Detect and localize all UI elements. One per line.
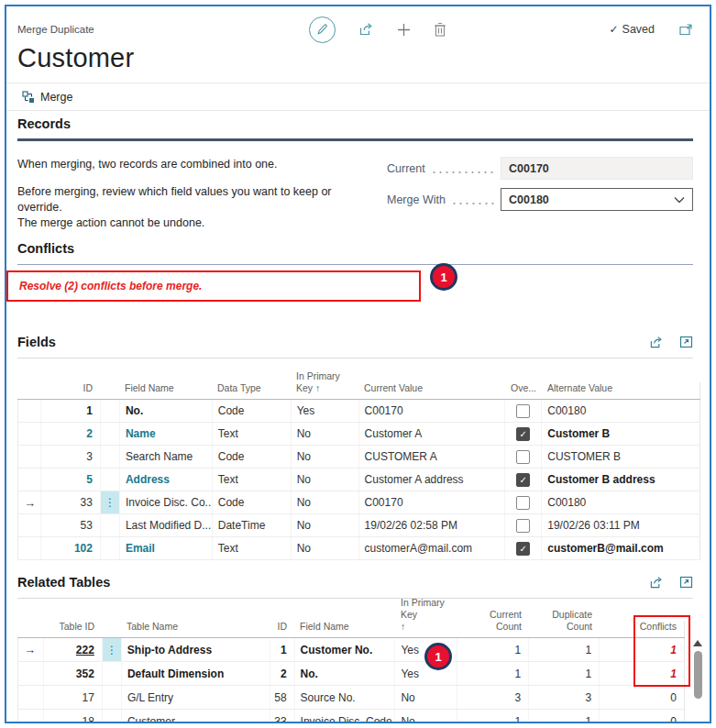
table-row[interactable]: → 18 ⋮ Customer 33 Invoice Disc. Code No… [17,710,685,723]
row-menu-icon[interactable]: ⋮ [101,491,119,513]
cell-alternate-value: C00180 [542,400,700,422]
override-checkbox[interactable] [516,496,530,510]
vertical-scrollbar[interactable] [691,637,704,722]
col-header-id[interactable]: ID [270,621,294,637]
table-row[interactable]: → 102 ⋮ Email Text No customerA@mail.com… [17,537,700,560]
cell-id[interactable]: 102 [41,537,101,559]
cell-current-value: CUSTOMER A [359,446,506,468]
scroll-up-icon[interactable] [693,640,702,646]
cell-id: 53 [41,514,101,536]
cell-in-primary-key: Yes [292,400,359,422]
cell-current-value: customerA@mail.com [359,537,506,559]
override-checkbox[interactable] [516,450,530,464]
annotation-box-conflicts: Resolve (2) conflicts before merge. [6,270,421,302]
cell-table-id: 18 [44,710,103,723]
cell-id[interactable]: 5 [41,469,101,491]
col-header-current-count[interactable]: Current Count [457,609,529,637]
col-header-table-name[interactable]: Table Name [121,621,270,637]
cell-current-count: 1 [457,710,529,723]
table-row[interactable]: → 3 ⋮ Search Name Code No CUSTOMER A CUS… [17,446,700,469]
table-row[interactable]: → 33 ⋮ Invoice Disc. Co... Code No C0017… [17,491,700,514]
override-checkbox[interactable] [516,473,530,487]
col-header-field-name[interactable]: Field Name [119,382,212,399]
conflicts-section: Conflicts [17,241,693,265]
col-header-override[interactable]: Ove... [505,382,542,399]
cell-duplicate-count: 1 [529,662,600,685]
cell-in-primary-key: No [292,469,359,491]
table-row[interactable]: → 2 ⋮ Name Text No Customer A Customer B [17,423,700,446]
chevron-down-icon[interactable] [674,196,685,204]
override-checkbox[interactable] [516,404,530,418]
conflicts-divider [17,264,693,265]
delete-icon[interactable] [434,22,446,37]
action-bar: Merge [6,83,710,111]
related-tables-title: Related Tables [17,575,110,590]
col-header-in-primary-key[interactable]: In PrimaryKey ↑ [291,370,358,399]
cell-field-name: Customer No. [295,638,396,661]
cell-id: 33 [41,491,101,513]
page-caption: Merge Duplicate [17,24,94,35]
table-row[interactable]: → 17 ⋮ G/L Entry 58 Source No. No 3 3 0 [17,686,685,710]
share-icon[interactable] [358,22,374,37]
merge-icon [22,91,35,104]
table-row[interactable]: → 53 ⋮ Last Modified D... DateTime No 19… [17,514,700,537]
edit-icon[interactable] [309,17,336,43]
cell-data-type: Text [213,423,292,445]
table-row[interactable]: → 352 ⋮ Default Dimension 2 No. Yes 1 1 … [17,662,685,686]
related-table-header: Table ID Table Name ID Field Name In Pri… [17,601,685,638]
cell-conflicts: 0 [600,686,685,709]
fields-table: ID Field Name Data Type In PrimaryKey ↑ … [17,364,700,560]
cell-in-primary-key: No [292,491,359,513]
cell-conflicts: 0 [600,710,685,723]
focus-mode-icon[interactable] [679,336,693,348]
records-desc-line1: When merging, two records are combined i… [17,157,370,172]
cell-field-name[interactable]: Name [120,423,213,445]
cell-alternate-value: 19/02/26 03:11 PM [542,514,700,536]
row-menu-icon[interactable]: ⋮ [103,638,121,661]
current-value-field: C00170 [501,157,693,180]
cell-table-id[interactable]: 352 [44,662,103,685]
share-icon[interactable] [649,576,664,590]
col-header-id[interactable]: ID [40,382,100,399]
cell-id: 1 [41,400,101,422]
table-row[interactable]: → 1 ⋮ No. Code Yes C00170 C00180 [17,400,700,423]
table-row[interactable]: → 222 ⋮ Ship-to Address 1 Customer No. Y… [17,638,685,662]
col-header-in-primary-key[interactable]: In Primary Key↑ [395,597,457,637]
focus-mode-icon[interactable] [679,576,693,589]
cell-id: 2 [270,662,295,685]
cell-current-value: Customer A [359,423,506,445]
merge-button[interactable]: Merge [22,91,72,104]
table-row[interactable]: → 5 ⋮ Address Text No Customer A address… [17,469,700,491]
share-icon[interactable] [649,336,664,349]
override-checkbox[interactable] [516,519,530,533]
col-header-current-value[interactable]: Current Value [358,382,505,399]
fields-table-header: ID Field Name Data Type In PrimaryKey ↑ … [17,364,700,400]
window-frame: Merge Duplicate ✓ Saved Cu [5,5,711,723]
fields-divider [17,358,693,358]
popout-icon[interactable] [678,23,693,37]
records-divider [17,138,693,141]
fields-section: Fields [17,335,693,358]
cell-table-name: Default Dimension [122,662,270,685]
cell-in-primary-key: No [395,710,457,723]
merge-with-combobox[interactable]: C00180 [501,188,693,211]
cell-table-id[interactable]: 222 [44,638,103,661]
cell-current-count: 3 [457,686,529,709]
col-header-duplicate-count[interactable]: DuplicateCount [529,609,600,637]
cell-field-name[interactable]: Email [120,537,213,559]
override-checkbox[interactable] [516,427,530,441]
cell-data-type: Text [213,537,292,559]
col-header-alternate-value[interactable]: Alternate Value [542,382,700,399]
col-header-table-id[interactable]: Table ID [43,621,102,637]
col-header-data-type[interactable]: Data Type [212,382,291,399]
col-header-field-name[interactable]: Field Name [294,621,395,637]
override-checkbox[interactable] [516,542,530,556]
cell-field-name[interactable]: Address [120,469,213,491]
add-icon[interactable] [397,23,411,37]
scrollbar-thumb[interactable] [694,651,702,699]
related-tables-section: Related Tables [17,575,693,599]
cell-id[interactable]: 2 [41,423,101,445]
cell-field-name: Invoice Disc. Code [295,710,396,723]
check-icon: ✓ [609,23,618,36]
cell-field-name: Search Name [120,446,213,468]
